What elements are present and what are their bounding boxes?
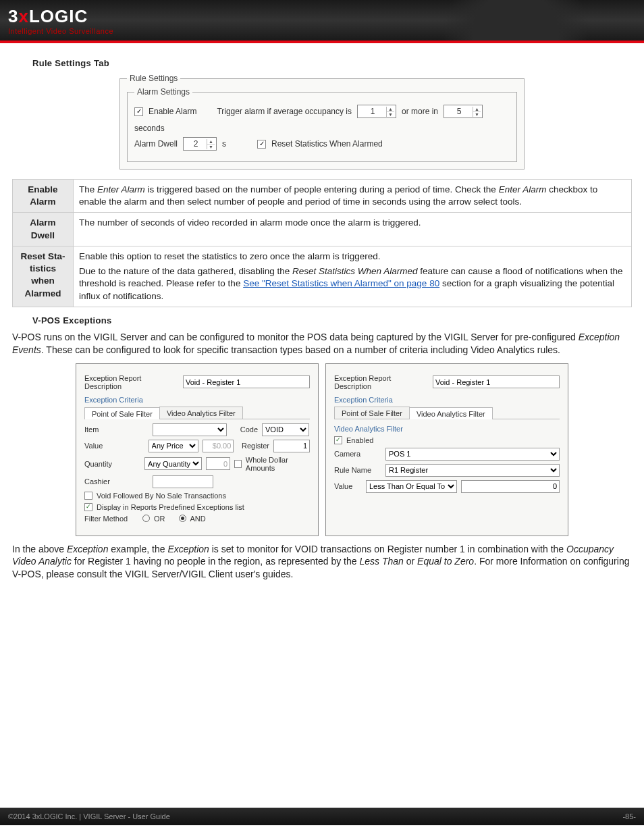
qty-input[interactable] xyxy=(206,457,230,470)
vaf-value-input[interactable] xyxy=(461,480,560,493)
trigger-text-b: or more in xyxy=(402,107,438,116)
desc-alarm-dwell: The number of seconds of video recorded … xyxy=(74,213,632,246)
vpos-panel-pos-filter: Exception Report Description Exception C… xyxy=(76,363,319,536)
code-select[interactable]: VOID xyxy=(262,423,309,436)
rule-settings-fieldset: Rule Settings Alarm Settings Enable Alar… xyxy=(119,74,525,170)
vaf-value-label: Value xyxy=(334,482,362,490)
desc-input[interactable] xyxy=(183,375,310,388)
tab-pos-filter[interactable]: Point of Sale Filter xyxy=(334,407,410,419)
desc-reset-stats: Enable this option to reset the statisti… xyxy=(74,246,632,307)
trigger-text-a: Trigger alarm if average occupancy is xyxy=(217,107,352,116)
radio-or[interactable] xyxy=(142,515,150,522)
radio-and[interactable] xyxy=(179,515,186,522)
vaf-enabled-label: Enabled xyxy=(346,436,373,444)
display-reports-checkbox[interactable] xyxy=(84,503,92,511)
section-rule-settings-title: Rule Settings Tab xyxy=(32,58,632,68)
item-select[interactable] xyxy=(153,423,227,436)
reset-stats-label: Reset Statistics When Alarmed xyxy=(271,139,383,149)
value-amount[interactable] xyxy=(203,440,234,452)
enable-alarm-label: Enable Alarm xyxy=(149,107,196,116)
footer-left: ©2014 3xLOGIC Inc. | VIGIL Server - User… xyxy=(8,812,170,820)
vaf-subtitle: Video Analytics Filter xyxy=(334,425,560,433)
seconds-spinner[interactable]: 5▲▼ xyxy=(444,105,483,118)
logo-text-logic: LOGIC xyxy=(29,6,88,26)
term-enable-alarm: Enable Alarm xyxy=(13,180,74,213)
dwell-value: 2 xyxy=(185,139,207,149)
camera-label: Camera xyxy=(334,450,381,458)
footer-right: -85- xyxy=(622,812,636,820)
filter-method-label: Filter Method xyxy=(84,515,138,523)
logo: 3xLOGIC Intelligent Video Surveillance xyxy=(8,6,113,35)
alarm-settings-fieldset: Alarm Settings Enable Alarm Trigger alar… xyxy=(127,87,517,162)
up-arrow-icon[interactable]: ▲ xyxy=(387,107,394,112)
criteria-title: Exception Criteria xyxy=(84,396,310,404)
qty-select[interactable]: Any Quantity xyxy=(144,457,202,470)
qty-label: Quantity xyxy=(84,460,140,468)
up-arrow-icon[interactable]: ▲ xyxy=(207,139,215,145)
page-footer: ©2014 3xLOGIC Inc. | VIGIL Server - User… xyxy=(0,808,644,825)
alarm-dwell-label: Alarm Dwell xyxy=(134,139,178,149)
camera-select[interactable]: POS 1 xyxy=(385,448,560,461)
register-input[interactable] xyxy=(273,440,310,452)
tabs: Point of Sale Filter Video Analytics Fil… xyxy=(84,407,310,419)
page-header: 3xLOGIC Intelligent Video Surveillance xyxy=(0,0,644,41)
tab-va-filter[interactable]: Video Analytics Filter xyxy=(409,407,493,419)
vpos-panel-va-filter: Exception Report Description Exception C… xyxy=(325,363,568,536)
down-arrow-icon[interactable]: ▼ xyxy=(473,112,481,117)
footer-spacer xyxy=(0,592,644,808)
logo-text-3: 3 xyxy=(8,6,18,26)
logo-tagline: Intelligent Video Surveillance xyxy=(8,27,113,35)
vaf-enabled-checkbox[interactable] xyxy=(334,436,342,444)
section-vpos-title: V-POS Exceptions xyxy=(32,315,632,325)
and-label: AND xyxy=(190,515,206,523)
down-arrow-icon[interactable]: ▼ xyxy=(387,112,394,117)
rule-settings-legend: Rule Settings xyxy=(127,74,180,83)
term-reset-stats: Reset Sta- tistics when Alarmed xyxy=(13,246,74,307)
cashier-input[interactable] xyxy=(153,475,213,488)
page-content: Rule Settings Tab Rule Settings Alarm Se… xyxy=(0,43,644,592)
void-followed-checkbox[interactable] xyxy=(84,492,92,500)
tabs: Point of Sale Filter Video Analytics Fil… xyxy=(334,407,560,419)
occupancy-spinner[interactable]: 1▲▼ xyxy=(357,105,396,118)
vaf-value-select[interactable]: Less Than Or Equal To xyxy=(366,480,457,493)
reset-stats-checkbox[interactable] xyxy=(257,140,266,149)
desc-enable-alarm: The Enter Alarm is triggered based on th… xyxy=(74,180,632,213)
alarm-settings-legend: Alarm Settings xyxy=(134,87,192,97)
occupancy-value: 1 xyxy=(359,107,386,116)
desc-input[interactable] xyxy=(433,375,560,388)
desc-label: Exception Report Description xyxy=(334,374,429,390)
criteria-title: Exception Criteria xyxy=(334,396,560,404)
void-followed-label: Void Followed By No Sale Transactions xyxy=(97,492,226,500)
enable-alarm-checkbox[interactable] xyxy=(134,107,143,116)
trigger-text-c: seconds xyxy=(134,124,165,133)
rule-settings-figure: Rule Settings Alarm Settings Enable Alar… xyxy=(119,74,525,170)
up-arrow-icon[interactable]: ▲ xyxy=(473,107,481,112)
reset-stats-link[interactable]: See "Reset Statistics when Alarmed" on p… xyxy=(243,278,439,288)
whole-dollar-label: Whole Dollar Amounts xyxy=(246,456,310,472)
value-select[interactable]: Any Price xyxy=(149,440,199,452)
definitions-table: Enable Alarm The Enter Alarm is triggere… xyxy=(12,179,632,307)
dwell-unit: s xyxy=(222,139,226,149)
vpos-outro: In the above Exception example, the Exce… xyxy=(12,543,632,581)
value-label: Value xyxy=(84,442,144,450)
code-label: Code xyxy=(231,425,258,434)
desc-label: Exception Report Description xyxy=(84,374,179,390)
item-label: Item xyxy=(84,425,149,434)
or-label: OR xyxy=(154,515,165,523)
rule-label: Rule Name xyxy=(334,466,381,474)
display-reports-label: Display in Reports Predefined Exceptions… xyxy=(97,503,244,511)
vpos-panels: Exception Report Description Exception C… xyxy=(12,363,632,536)
tab-va-filter[interactable]: Video Analytics Filter xyxy=(159,407,243,419)
logo-text-x: x xyxy=(18,6,28,26)
logo-main: 3xLOGIC xyxy=(8,6,113,27)
term-alarm-dwell: Alarm Dwell xyxy=(13,213,74,246)
rule-select[interactable]: R1 Register xyxy=(385,464,560,477)
tab-pos-filter[interactable]: Point of Sale Filter xyxy=(84,407,160,419)
vpos-intro: V-POS runs on the VIGIL Server and can b… xyxy=(12,331,632,357)
cashier-label: Cashier xyxy=(84,477,149,486)
dwell-spinner[interactable]: 2▲▼ xyxy=(183,137,217,151)
whole-dollar-checkbox[interactable] xyxy=(234,460,242,468)
seconds-value: 5 xyxy=(446,107,473,116)
register-label: Register xyxy=(238,442,269,450)
down-arrow-icon[interactable]: ▼ xyxy=(207,145,215,149)
